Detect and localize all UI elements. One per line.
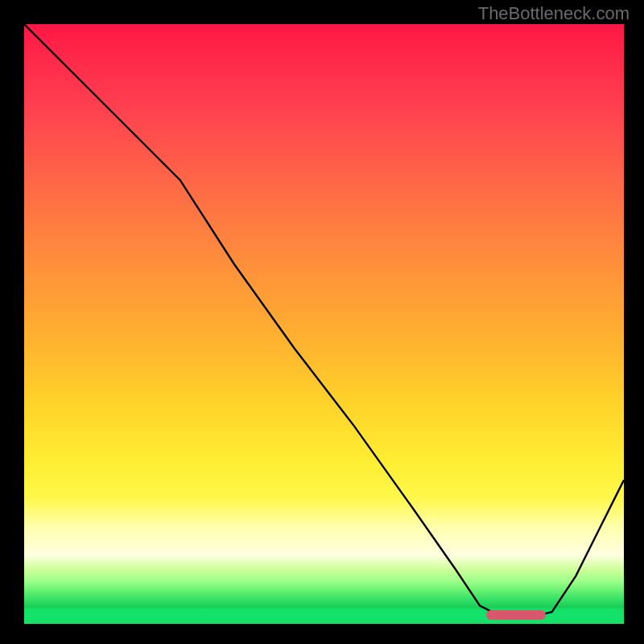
plot-area [24, 24, 624, 624]
bottleneck-curve [24, 24, 624, 618]
curve-svg [24, 24, 624, 624]
chart-container: TheBottleneck.com [0, 0, 644, 644]
optimal-range-marker [486, 610, 547, 620]
x-axis-spacer [24, 624, 624, 644]
watermark-text: TheBottleneck.com [478, 3, 630, 24]
